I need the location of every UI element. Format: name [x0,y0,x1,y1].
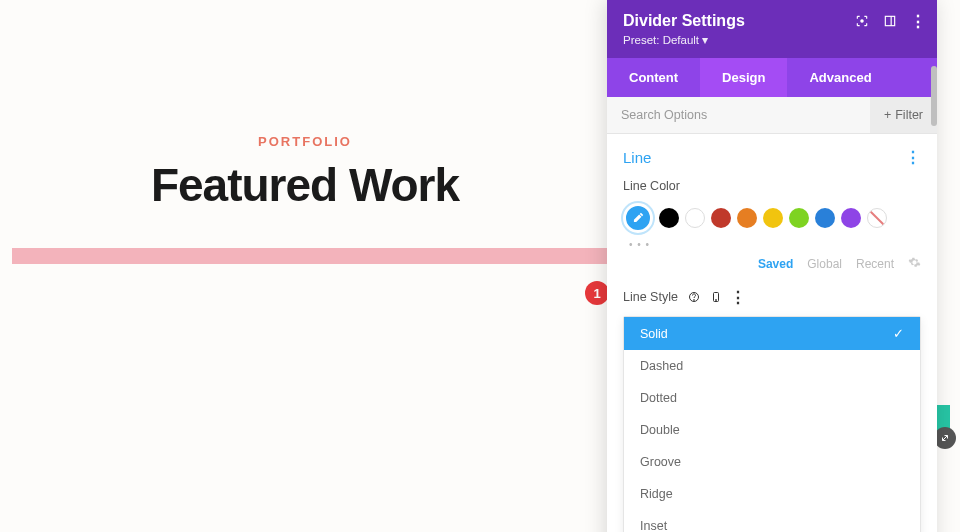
option-label: Ridge [640,487,673,501]
section-kebab-icon[interactable]: ⋮ [905,148,921,167]
palette-tab-recent[interactable]: Recent [856,257,894,271]
line-style-option-solid[interactable]: Solid ✓ [624,317,920,350]
swatch-none[interactable] [867,208,887,228]
chevron-down-icon: ▾ [702,33,708,47]
page-title: Featured Work [0,158,610,212]
responsive-icon[interactable] [710,291,722,303]
tab-design[interactable]: Design [700,58,787,97]
palette-tabs: Saved Global Recent [623,256,921,272]
focus-icon[interactable] [855,14,869,28]
palette-tab-saved[interactable]: Saved [758,257,793,271]
plus-icon: + [884,108,891,122]
line-color-label: Line Color [623,179,921,193]
svg-point-6 [715,300,716,301]
swatch-blue[interactable] [815,208,835,228]
divider-module[interactable] [12,248,607,264]
panel-tabs: Content Design Advanced [607,58,937,97]
palette-tab-global[interactable]: Global [807,257,842,271]
swatch-purple[interactable] [841,208,861,228]
line-style-option-groove[interactable]: Groove [624,446,920,478]
annotation-badge-1: 1 [585,281,609,305]
help-icon[interactable] [688,291,700,303]
option-label: Solid [640,327,668,341]
svg-point-4 [694,300,695,301]
swatch-black[interactable] [659,208,679,228]
swatch-green[interactable] [789,208,809,228]
option-label: Groove [640,455,681,469]
line-style-option-ridge[interactable]: Ridge [624,478,920,510]
settings-panel: Divider Settings Preset: Default ▾ ⋮ Con… [607,0,937,532]
search-input[interactable] [607,97,870,133]
line-style-label: Line Style [623,290,678,304]
line-style-dropdown: Solid ✓ Dashed Dotted Double Groove Ridg… [623,316,921,532]
portfolio-subtitle: PORTFOLIO [0,134,610,149]
svg-point-0 [861,20,863,22]
tab-advanced[interactable]: Advanced [787,58,893,97]
color-swatches [623,203,921,233]
option-label: Dotted [640,391,677,405]
search-row: + Filter [607,97,937,134]
panel-header: Divider Settings Preset: Default ▾ ⋮ [607,0,937,58]
line-style-option-dotted[interactable]: Dotted [624,382,920,414]
line-style-kebab-icon[interactable]: ⋮ [732,291,744,303]
scrollbar-thumb[interactable] [931,66,937,126]
filter-button[interactable]: + Filter [870,97,937,133]
preset-selector[interactable]: Preset: Default ▾ [623,33,708,47]
swatch-red[interactable] [711,208,731,228]
line-style-option-dashed[interactable]: Dashed [624,350,920,382]
section-title-line[interactable]: Line [623,149,651,166]
color-picker-button[interactable] [623,203,653,233]
preset-label: Preset: Default [623,34,699,46]
check-icon: ✓ [893,326,904,341]
dock-icon[interactable] [883,14,897,28]
line-style-row: Line Style ⋮ [607,280,937,312]
swatch-white[interactable] [685,208,705,228]
swatch-orange[interactable] [737,208,757,228]
palette-gear-icon[interactable] [908,256,921,272]
kebab-menu-icon[interactable]: ⋮ [911,14,925,28]
section-line: Line ⋮ Line Color • • • Saved Global Rec… [607,134,937,280]
option-label: Double [640,423,680,437]
swatch-yellow[interactable] [763,208,783,228]
swatch-more-dots[interactable]: • • • [629,239,921,250]
svg-rect-1 [885,16,894,25]
filter-label: Filter [895,108,923,122]
resize-handle[interactable] [934,427,956,449]
line-style-option-double[interactable]: Double [624,414,920,446]
tab-content[interactable]: Content [607,58,700,97]
option-label: Dashed [640,359,683,373]
option-label: Inset [640,519,667,532]
line-style-option-inset[interactable]: Inset [624,510,920,532]
